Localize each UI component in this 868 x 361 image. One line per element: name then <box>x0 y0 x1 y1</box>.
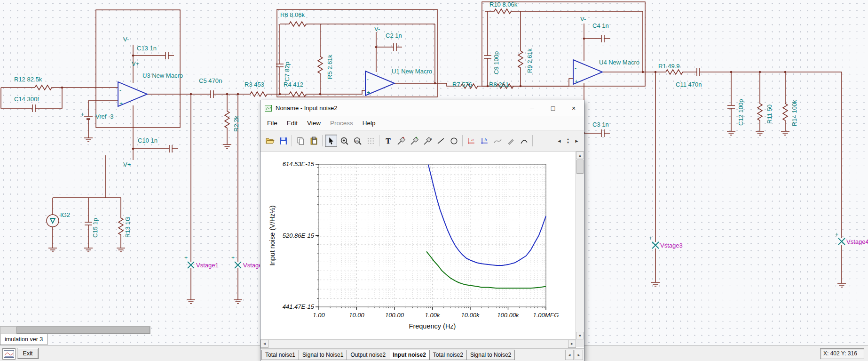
svg-text:1.00: 1.00 <box>313 312 325 319</box>
toolbar-separator <box>292 135 292 146</box>
svg-text:Input noise (V/Hz½): Input noise (V/Hz½) <box>268 205 276 265</box>
probe-signal-button[interactable] <box>408 135 420 147</box>
tab-total-noise2[interactable]: Total noise2 <box>429 350 467 360</box>
input-noise-curve-1 <box>428 165 546 265</box>
waveform-icon <box>4 350 14 358</box>
svg-text:441.47E-15: 441.47E-15 <box>283 303 315 310</box>
paste-button[interactable] <box>308 135 320 147</box>
zoom-100-button[interactable]: 100 <box>351 135 363 147</box>
vertical-scrollbar[interactable]: ▲ ▼ <box>576 152 584 339</box>
window-controls: – □ × <box>522 100 584 116</box>
probe-voltage-button[interactable] <box>395 135 407 147</box>
grid-dots-icon <box>366 136 375 145</box>
svg-text:+: + <box>231 255 235 261</box>
paste-icon <box>309 136 318 145</box>
svg-text:100.00: 100.00 <box>385 312 404 319</box>
noise-chart[interactable]: 614.53E-15520.86E-15441.47E-151.0010.001… <box>260 152 571 338</box>
svg-text:-: - <box>119 87 121 94</box>
pen-button[interactable] <box>505 135 517 147</box>
arc-button[interactable] <box>518 135 530 147</box>
copy-button[interactable] <box>294 135 307 147</box>
schematic-hscroll-thumb[interactable] <box>16 327 150 334</box>
minimize-button[interactable]: – <box>522 100 543 116</box>
cursor-icon <box>327 136 336 145</box>
scroll-right-icon[interactable]: ► <box>568 340 576 348</box>
nav-left-button[interactable]: ◄ <box>555 135 563 147</box>
window-titlebar[interactable]: Noname - Input noise2 – □ × <box>260 100 584 116</box>
tab-signal-to-noise2[interactable]: Signal to Noise2 <box>466 350 515 360</box>
line-tool-icon <box>436 136 445 145</box>
tab-signal-to-noise1[interactable]: Signal to Noise1 <box>299 350 347 360</box>
text-tool-icon: T <box>384 136 393 145</box>
cursor-button[interactable] <box>325 135 337 147</box>
svg-text:+: + <box>835 231 838 238</box>
exit-button[interactable]: Exit <box>17 348 39 359</box>
svg-text:1.00k: 1.00k <box>425 312 441 319</box>
scroll-left-icon[interactable]: ◄ <box>260 340 268 348</box>
sheet-tab-row: imulation ver 3 <box>0 334 260 345</box>
menu-help[interactable]: Help <box>358 117 380 129</box>
axis-a-button[interactable]: a <box>465 135 477 147</box>
zoom-in-icon <box>340 136 349 145</box>
maximize-button[interactable]: □ <box>543 100 563 116</box>
input-noise-curve-2 <box>426 251 546 288</box>
scroll-down-icon[interactable]: ▼ <box>576 332 584 339</box>
tab-scroll-left-icon[interactable]: ◄ <box>565 350 574 360</box>
scroll-up-icon[interactable]: ▲ <box>576 152 584 159</box>
svg-text:T: T <box>386 136 391 144</box>
ellipse-tool-button[interactable] <box>448 135 460 147</box>
cursor-coordinates: X: 402 Y: 316 <box>820 348 864 359</box>
sheet-tab[interactable]: imulation ver 3 <box>0 334 47 345</box>
axis-b-button[interactable]: b <box>478 135 490 147</box>
plot-client: 614.53E-15520.86E-15441.47E-151.0010.001… <box>260 152 584 361</box>
axis-a-icon: a <box>467 136 476 145</box>
open-folder-button[interactable] <box>264 135 276 147</box>
menu-edit[interactable]: Edit <box>282 117 302 129</box>
menu-process[interactable]: Process <box>325 117 358 129</box>
tab-scroll-right-icon[interactable]: ► <box>575 350 583 360</box>
spinner-button[interactable]: ▲▼ <box>564 135 572 147</box>
window-icon <box>265 105 272 112</box>
svg-text:a: a <box>471 137 473 142</box>
toolbar-separator <box>462 135 463 146</box>
nav-right-button[interactable]: ► <box>573 135 581 147</box>
smooth-curve-button[interactable] <box>491 135 504 147</box>
tab-output-noise2[interactable]: Output noise2 <box>347 350 389 360</box>
text-tool-button[interactable]: T <box>382 135 394 147</box>
plot-window: Noname - Input noise2 – □ × FileEditView… <box>260 100 584 361</box>
probe-impedance-button[interactable]: z <box>421 135 434 147</box>
svg-text:+: + <box>367 89 370 96</box>
tab-input-noise2[interactable]: Input noise2 <box>389 350 430 360</box>
grid-dots-button[interactable] <box>364 135 377 147</box>
toolbar-separator <box>379 135 379 146</box>
close-button[interactable]: × <box>563 100 584 116</box>
toolbar: 100Tzab◄▲▼► <box>260 130 584 152</box>
svg-text:1.00MEG: 1.00MEG <box>533 312 559 319</box>
app-icon[interactable] <box>2 348 16 360</box>
vscroll-thumb[interactable] <box>576 160 584 174</box>
svg-text:+: + <box>184 255 188 261</box>
tab-total-noise1[interactable]: Total noise1 <box>261 350 299 360</box>
svg-text:10.00: 10.00 <box>349 312 364 319</box>
probe-signal-icon <box>410 136 419 145</box>
spinner-icon: ▲▼ <box>567 137 570 144</box>
copy-icon <box>296 136 305 145</box>
arc-icon <box>520 136 529 145</box>
save-button[interactable] <box>277 135 289 147</box>
schematic-hscroll[interactable] <box>0 326 150 334</box>
svg-text:520.86E-15: 520.86E-15 <box>283 232 315 239</box>
menu-bar: FileEditViewProcessHelp <box>260 116 584 130</box>
svg-text:z: z <box>429 136 432 141</box>
toolbar-separator <box>532 135 533 146</box>
horizontal-scrollbar[interactable]: ◄ ► <box>260 339 576 348</box>
tab-scroll-arrows: ◄► <box>564 350 583 360</box>
svg-text:Frequency (Hz): Frequency (Hz) <box>409 322 456 330</box>
axis-b-icon: b <box>480 136 489 145</box>
svg-text:614.53E-15: 614.53E-15 <box>283 160 315 168</box>
zoom-in-button[interactable] <box>338 135 350 147</box>
line-tool-button[interactable] <box>434 135 447 147</box>
probe-voltage-icon <box>397 136 406 145</box>
toolbar-separator <box>322 135 323 146</box>
menu-file[interactable]: File <box>262 117 282 129</box>
menu-view[interactable]: View <box>302 117 325 129</box>
